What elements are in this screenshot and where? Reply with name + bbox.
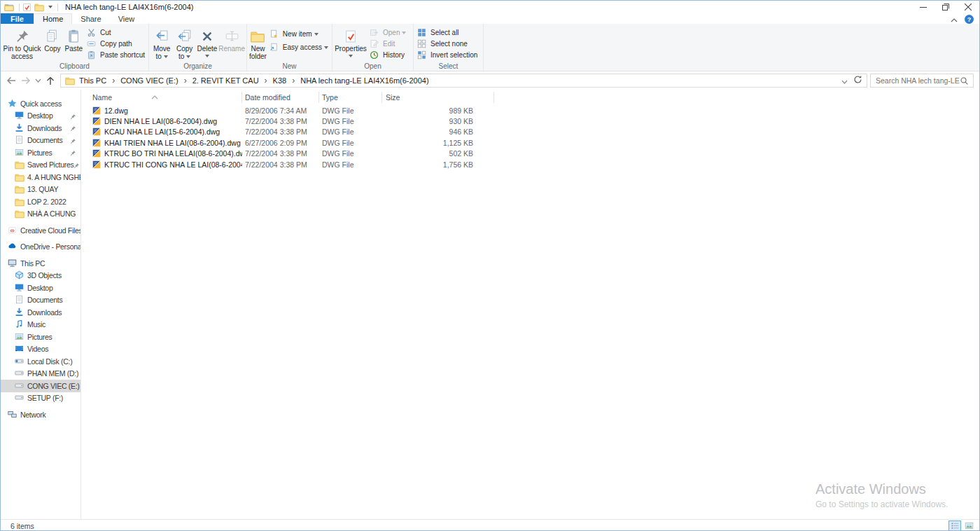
search-icon[interactable]	[960, 76, 969, 85]
file-row[interactable]: KTRUC BO TRI NHA LELAI(08-6-2004).dwg7/2…	[81, 149, 979, 159]
sidebar-item-pictures[interactable]: Pictures	[1, 146, 80, 159]
search-input[interactable]	[871, 76, 960, 85]
sidebar-item-lop-2-2022[interactable]: LOP 2. 2022	[1, 195, 80, 208]
column-header-type[interactable]: Type	[319, 92, 382, 103]
sidebar-item-saved-pictures[interactable]: Saved Pictures	[1, 159, 80, 172]
open-button[interactable]: Open	[368, 27, 408, 38]
breadcrumb-item[interactable]: K38	[272, 76, 288, 85]
large-icons-view-button[interactable]	[962, 520, 975, 531]
new-folder-button[interactable]: New folder	[248, 25, 267, 60]
sidebar-item-13-quay[interactable]: 13. QUAY	[1, 184, 80, 196]
address-dropdown-icon[interactable]	[841, 74, 848, 87]
tab-share[interactable]: Share	[72, 13, 109, 24]
folder-icon	[15, 184, 24, 194]
rename-button[interactable]: Rename	[218, 25, 245, 53]
recent-locations-icon[interactable]	[33, 74, 43, 88]
column-header-date-modified[interactable]: Date modified	[242, 92, 319, 103]
breadcrumb-item[interactable]: CONG VIEC (E:)	[119, 76, 180, 85]
restore-button[interactable]	[934, 1, 957, 13]
sidebar-item-pictures[interactable]: Pictures	[1, 331, 80, 343]
move-to-button[interactable]: Move to	[150, 25, 173, 60]
file-row[interactable]: DIEN NHA LE LAI(08-6-2004).dwg7/22/2004 …	[81, 116, 979, 126]
column-header-name[interactable]: Name	[81, 92, 242, 103]
sidebar-item-label: Downloads	[27, 124, 62, 132]
file-date-modified: 7/22/2004 3:38 PM	[242, 160, 319, 169]
breadcrumb-separator-icon[interactable]: ›	[108, 76, 119, 85]
sidebar-item-cong-viec-e-[interactable]: CONG VIEC (E:)	[1, 380, 80, 392]
qat-customize-caret-icon[interactable]	[48, 6, 52, 8]
select-none-button[interactable]: Select none	[415, 39, 479, 49]
sidebar-item-label: Videos	[27, 345, 48, 353]
sidebar-item-downloads[interactable]: Downloads	[1, 122, 80, 135]
sidebar-item-desktop[interactable]: Desktop	[1, 110, 80, 123]
collapse-ribbon-icon[interactable]	[951, 15, 958, 24]
cut-button[interactable]: Cut	[85, 27, 147, 38]
invert-selection-button[interactable]: Invert selection	[415, 50, 479, 60]
tab-home[interactable]: Home	[34, 13, 72, 24]
sidebar-item-music[interactable]: Music	[1, 319, 80, 331]
tab-view[interactable]: View	[110, 13, 144, 24]
qat-new-folder-icon[interactable]	[34, 2, 44, 12]
sidebar-item-setup-f-[interactable]: SETUP (F:)	[1, 392, 80, 405]
sidebar-item-downloads[interactable]: Downloads	[1, 306, 80, 319]
sidebar-item-documents[interactable]: Documents	[1, 294, 80, 307]
qat-properties-icon[interactable]	[22, 2, 32, 12]
sidebar-item-3d-objects[interactable]: 3D Objects	[1, 270, 80, 282]
file-name: KTRUC THI CONG NHA LE LAI(08-6-2004...	[81, 160, 242, 169]
sidebar-item-videos[interactable]: Videos	[1, 343, 80, 356]
sidebar-item-phan-mem-d-[interactable]: PHAN MEM (D:)	[1, 368, 80, 380]
sidebar-item-creative-cloud-files[interactable]: Creative Cloud Files	[1, 224, 80, 237]
sidebar-item-nh-a-chung[interactable]: NHÀ A CHUNG	[1, 208, 80, 221]
navigation-pane: Quick accessDesktopDownloadsDocumentsPic…	[1, 90, 81, 519]
history-button[interactable]: History	[368, 50, 408, 60]
easy-access-button[interactable]: Easy access	[267, 42, 330, 53]
sidebar-item-4-a-hung-nghe-a[interactable]: 4. A HUNG NGHE A	[1, 171, 80, 184]
sidebar-item-local-disk-c-[interactable]: Local Disk (C:)	[1, 355, 80, 368]
close-button[interactable]	[957, 1, 979, 13]
back-button[interactable]	[4, 74, 18, 88]
forward-button[interactable]	[18, 74, 33, 88]
paste-button[interactable]: Paste	[63, 25, 85, 53]
up-button[interactable]	[43, 74, 57, 88]
properties-button[interactable]: Properties	[334, 25, 368, 57]
sidebar-item-documents[interactable]: Documents	[1, 135, 80, 147]
group-label-clipboard: Clipboard	[1, 62, 148, 70]
sort-ascending-icon[interactable]	[151, 90, 158, 102]
sidebar-item-label: Documents	[27, 136, 62, 144]
breadcrumb-item[interactable]: 2. REVIT KET CAU	[191, 76, 260, 85]
file-row[interactable]: 12.dwg8/29/2006 7:34 AMDWG File989 KB	[81, 105, 979, 116]
sidebar-item-this-pc[interactable]: This PC	[1, 257, 80, 270]
breadcrumb-separator-icon[interactable]: ›	[180, 76, 191, 85]
invert-selection-icon	[417, 50, 428, 60]
column-header-size[interactable]: Size	[382, 92, 494, 103]
breadcrumb-item[interactable]: NHA lech tang-LE LAI4X16m(6-2004)	[299, 76, 430, 85]
pin-to-quick-access-button[interactable]: Pin to Quick access	[2, 25, 42, 60]
breadcrumb-item[interactable]: This PC	[78, 76, 108, 85]
refresh-icon[interactable]	[853, 74, 862, 87]
breadcrumb-separator-icon[interactable]: ›	[288, 76, 299, 85]
new-item-button[interactable]: New item	[267, 29, 330, 39]
sidebar-item-quick-access[interactable]: Quick access	[1, 97, 80, 110]
sidebar-item-label: Quick access	[20, 99, 62, 108]
select-all-button[interactable]: Select all	[415, 27, 479, 38]
address-bar[interactable]: This PC›CONG VIEC (E:)›2. REVIT KET CAU›…	[60, 74, 867, 88]
breadcrumb-separator-icon[interactable]: ›	[260, 76, 272, 85]
file-row[interactable]: KHAI TRIEN NHA LE LAI(08-6-2004).dwg6/27…	[81, 137, 979, 148]
folder-icon	[15, 160, 24, 170]
sidebar-item-network[interactable]: Network	[1, 408, 80, 421]
tab-file[interactable]: File	[1, 13, 34, 24]
file-row[interactable]: KCAU NHA LE LAI(15-6-2004).dwg7/22/2004 …	[81, 127, 979, 137]
copy-path-button[interactable]: Copy path	[85, 39, 147, 49]
minimize-button[interactable]	[912, 1, 934, 13]
help-icon[interactable]: ?	[965, 15, 974, 24]
sidebar-item-onedrive-personal[interactable]: OneDrive - Personal	[1, 241, 80, 254]
edit-button[interactable]: Edit	[368, 39, 408, 49]
paste-shortcut-button[interactable]: Paste shortcut	[85, 50, 147, 60]
sidebar-item-desktop[interactable]: Desktop	[1, 282, 80, 294]
delete-button[interactable]: Delete	[196, 25, 218, 57]
copy-to-button[interactable]: Copy to	[173, 25, 195, 60]
copy-button[interactable]: Copy	[42, 25, 63, 53]
details-view-button[interactable]	[948, 520, 961, 531]
file-row[interactable]: KTRUC THI CONG NHA LE LAI(08-6-2004...7/…	[81, 159, 979, 170]
new-item-caret-icon	[314, 33, 318, 36]
